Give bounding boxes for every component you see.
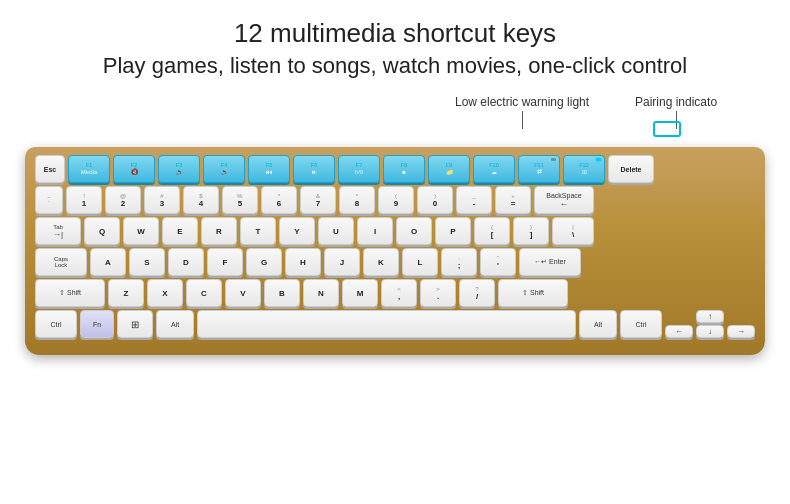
key-delete[interactable]: Delete xyxy=(608,155,654,183)
key-f11[interactable]: F11 ⇄ xyxy=(518,155,560,183)
key-e[interactable]: E xyxy=(162,217,198,245)
asdf-row: Caps Lock A S D F G H J K L : ; " ' xyxy=(35,248,755,276)
key-2[interactable]: @ 2 xyxy=(105,186,141,214)
key-f8[interactable]: F8 ■ xyxy=(383,155,425,183)
key-t[interactable]: T xyxy=(240,217,276,245)
key-5[interactable]: % 5 xyxy=(222,186,258,214)
key-a[interactable]: A xyxy=(90,248,126,276)
key-backslash[interactable]: | \ xyxy=(552,217,594,245)
key-h[interactable]: H xyxy=(285,248,321,276)
key-v[interactable]: V xyxy=(225,279,261,307)
key-f1[interactable]: F1 Media xyxy=(68,155,110,183)
key-f9[interactable]: F9 📁 xyxy=(428,155,470,183)
key-r[interactable]: R xyxy=(201,217,237,245)
title2: Play games, listen to songs, watch movie… xyxy=(103,53,687,79)
key-ctrl-right[interactable]: Ctrl xyxy=(620,310,662,338)
key-backspace[interactable]: BackSpace ← xyxy=(534,186,594,214)
key-esc[interactable]: Esc xyxy=(35,155,65,183)
key-d[interactable]: D xyxy=(168,248,204,276)
low-electric-label: Low electric warning light xyxy=(455,95,589,129)
key-tab[interactable]: Tab →| xyxy=(35,217,81,245)
main-container: 12 multimedia shortcut keys Play games, … xyxy=(0,0,790,504)
key-z[interactable]: Z xyxy=(108,279,144,307)
keyboard: Esc F1 Media F2 🔇 F3 🔉 F4 🔊 xyxy=(25,147,765,355)
key-p[interactable]: P xyxy=(435,217,471,245)
key-slash[interactable]: ? / xyxy=(459,279,495,307)
key-f5[interactable]: F5 ⏮ xyxy=(248,155,290,183)
key-period[interactable]: > . xyxy=(420,279,456,307)
key-0[interactable]: ) 0 xyxy=(417,186,453,214)
key-alt-right[interactable]: Alt xyxy=(579,310,617,338)
key-y[interactable]: Y xyxy=(279,217,315,245)
key-7[interactable]: & 7 xyxy=(300,186,336,214)
bottom-row: Ctrl Fn ⊞ Alt Alt Ctrl xyxy=(35,310,755,338)
arrow-up-row: ↑ xyxy=(665,310,755,323)
qwerty-row: Tab →| Q W E R T Y U I O P { [ } ] xyxy=(35,217,755,245)
pairing-callout-box xyxy=(653,121,681,137)
key-c[interactable]: C xyxy=(186,279,222,307)
key-enter[interactable]: ←↵ Enter xyxy=(519,248,581,276)
key-q[interactable]: Q xyxy=(84,217,120,245)
key-n[interactable]: N xyxy=(303,279,339,307)
key-j[interactable]: J xyxy=(324,248,360,276)
key-f4[interactable]: F4 🔊 xyxy=(203,155,245,183)
key-m[interactable]: M xyxy=(342,279,378,307)
fn-key-row: Esc F1 Media F2 🔇 F3 🔉 F4 🔊 xyxy=(35,155,755,183)
number-row: ~ ` ! 1 @ 2 # 3 $ 4 xyxy=(35,186,755,214)
key-rbracket[interactable]: } ] xyxy=(513,217,549,245)
key-9[interactable]: ( 9 xyxy=(378,186,414,214)
key-x[interactable]: X xyxy=(147,279,183,307)
key-f2[interactable]: F2 🔇 xyxy=(113,155,155,183)
key-b[interactable]: B xyxy=(264,279,300,307)
keyboard-area: Low electric warning light Pairing indic… xyxy=(25,95,765,355)
key-arrow-up[interactable]: ↑ xyxy=(696,310,724,323)
key-i[interactable]: I xyxy=(357,217,393,245)
key-u[interactable]: U xyxy=(318,217,354,245)
key-o[interactable]: O xyxy=(396,217,432,245)
key-shift-right[interactable]: ⇧ Shift xyxy=(498,279,568,307)
key-f3[interactable]: F3 🔉 xyxy=(158,155,200,183)
key-quote[interactable]: " ' xyxy=(480,248,516,276)
key-f12[interactable]: F12 ⊞ xyxy=(563,155,605,183)
key-space[interactable] xyxy=(197,310,576,338)
key-8[interactable]: * 8 xyxy=(339,186,375,214)
key-s[interactable]: S xyxy=(129,248,165,276)
key-lbracket[interactable]: { [ xyxy=(474,217,510,245)
key-tilde[interactable]: ~ ` xyxy=(35,186,63,214)
key-minus[interactable]: _ - xyxy=(456,186,492,214)
key-l[interactable]: L xyxy=(402,248,438,276)
key-win[interactable]: ⊞ xyxy=(117,310,153,338)
zxcv-row: ⇧ Shift Z X C V B N M < , > . ? xyxy=(35,279,755,307)
key-arrow-left[interactable]: ← xyxy=(665,325,693,338)
arrow-cluster: ↑ ← ↓ → xyxy=(665,310,755,338)
key-1[interactable]: ! 1 xyxy=(66,186,102,214)
key-alt-left[interactable]: Alt xyxy=(156,310,194,338)
key-arrow-down[interactable]: ↓ xyxy=(696,325,724,338)
key-k[interactable]: K xyxy=(363,248,399,276)
annotation-row: Low electric warning light Pairing indic… xyxy=(25,95,765,147)
key-w[interactable]: W xyxy=(123,217,159,245)
key-g[interactable]: G xyxy=(246,248,282,276)
key-shift-left[interactable]: ⇧ Shift xyxy=(35,279,105,307)
key-f7[interactable]: F7 h/9 xyxy=(338,155,380,183)
key-3[interactable]: # 3 xyxy=(144,186,180,214)
key-comma[interactable]: < , xyxy=(381,279,417,307)
key-4[interactable]: $ 4 xyxy=(183,186,219,214)
key-equal[interactable]: + = xyxy=(495,186,531,214)
arrow-bottom-row: ← ↓ → xyxy=(665,325,755,338)
key-f[interactable]: F xyxy=(207,248,243,276)
key-f10[interactable]: F10 ☁ xyxy=(473,155,515,183)
title1: 12 multimedia shortcut keys xyxy=(234,18,556,49)
key-ctrl-left[interactable]: Ctrl xyxy=(35,310,77,338)
key-arrow-right[interactable]: → xyxy=(727,325,755,338)
key-semicolon[interactable]: : ; xyxy=(441,248,477,276)
key-fn[interactable]: Fn xyxy=(80,310,114,338)
key-capslock[interactable]: Caps Lock xyxy=(35,248,87,276)
key-f6[interactable]: F6 ⏯ xyxy=(293,155,335,183)
key-6[interactable]: ^ 6 xyxy=(261,186,297,214)
